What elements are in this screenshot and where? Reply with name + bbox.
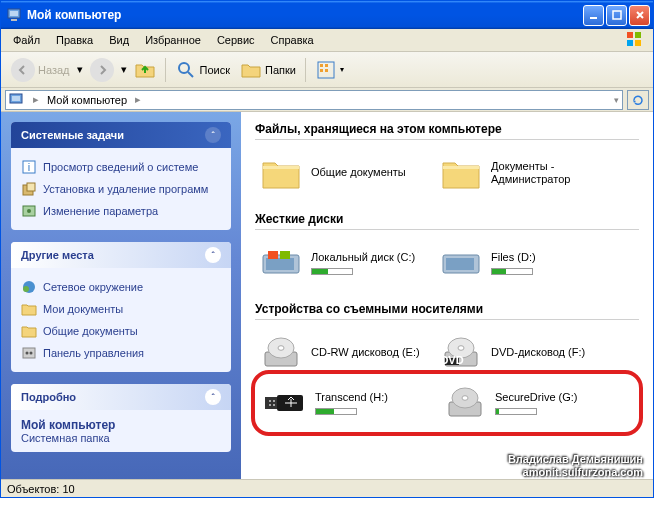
svg-rect-16 bbox=[12, 96, 20, 101]
details-type: Системная папка bbox=[21, 432, 221, 444]
usage-bar bbox=[495, 408, 537, 415]
section-removable: Устройства со съемными носителями CD-RW … bbox=[255, 302, 639, 436]
svg-rect-31 bbox=[280, 251, 290, 259]
svg-rect-3 bbox=[590, 17, 597, 19]
svg-point-44 bbox=[269, 400, 271, 402]
svg-point-26 bbox=[26, 352, 29, 355]
chevron-right-icon[interactable]: ▸ bbox=[131, 93, 145, 106]
item-transcend-h[interactable]: Transcend (H:) bbox=[259, 380, 439, 426]
system-tasks-header[interactable]: Системные задачи ˆ bbox=[11, 122, 231, 148]
svg-rect-29 bbox=[266, 258, 294, 270]
back-dropdown[interactable]: ▾ bbox=[76, 61, 84, 79]
item-dvd-f[interactable]: DVD DVD-дисковод (F:) bbox=[435, 330, 615, 376]
other-places-panel: Другие места ˆ Сетевое окружение Мои док… bbox=[11, 242, 231, 372]
svg-point-9 bbox=[179, 63, 189, 73]
svg-text:i: i bbox=[28, 161, 30, 173]
address-dropdown[interactable]: ▾ bbox=[614, 95, 619, 105]
svg-point-50 bbox=[462, 396, 468, 401]
svg-rect-13 bbox=[320, 69, 323, 72]
menu-help[interactable]: Справка bbox=[263, 31, 322, 49]
details-name: Мой компьютер bbox=[21, 418, 221, 432]
body: Системные задачи ˆ iПросмотр сведений о … bbox=[1, 112, 653, 479]
place-documents[interactable]: Мои документы bbox=[21, 298, 221, 320]
back-button: Назад bbox=[7, 55, 74, 85]
svg-rect-42 bbox=[265, 397, 277, 409]
up-button[interactable] bbox=[130, 56, 160, 84]
chevron-up-icon: ˆ bbox=[205, 389, 221, 405]
statusbar: Объектов: 10 bbox=[1, 479, 653, 497]
usb-icon bbox=[263, 393, 307, 413]
section-title: Файлы, хранящиеся на этом компьютере bbox=[255, 122, 639, 140]
refresh-button[interactable] bbox=[627, 90, 649, 110]
svg-rect-33 bbox=[446, 258, 474, 270]
item-shared-documents[interactable]: Общие документы bbox=[255, 150, 435, 196]
item-admin-documents[interactable]: Документы - Администратор bbox=[435, 150, 615, 196]
status-text: Объектов: 10 bbox=[7, 483, 75, 495]
addressbar: ▸ Мой компьютер ▸ ▾ bbox=[1, 88, 653, 112]
address-field[interactable]: ▸ Мой компьютер ▸ ▾ bbox=[5, 90, 623, 110]
place-network[interactable]: Сетевое окружение bbox=[21, 276, 221, 298]
content-pane[interactable]: Файлы, хранящиеся на этом компьютере Общ… bbox=[241, 112, 653, 479]
usage-bar bbox=[491, 268, 533, 275]
address-path[interactable]: Мой компьютер bbox=[47, 94, 127, 106]
menubar: Файл Правка Вид Избранное Сервис Справка bbox=[1, 29, 653, 52]
cd-icon bbox=[261, 336, 301, 370]
forward-button bbox=[86, 55, 118, 85]
back-label: Назад bbox=[38, 64, 70, 76]
svg-point-46 bbox=[269, 404, 271, 406]
window-title: Мой компьютер bbox=[27, 8, 581, 22]
item-files-d[interactable]: Files (D:) bbox=[435, 240, 615, 286]
section-files: Файлы, хранящиеся на этом компьютере Общ… bbox=[255, 122, 639, 196]
minimize-button[interactable] bbox=[583, 5, 604, 26]
place-shared-docs[interactable]: Общие документы bbox=[21, 320, 221, 342]
system-tasks-panel: Системные задачи ˆ iПросмотр сведений о … bbox=[11, 122, 231, 230]
svg-rect-4 bbox=[613, 11, 621, 19]
section-title: Жесткие диски bbox=[255, 212, 639, 230]
folders-button[interactable]: Папки bbox=[236, 56, 300, 84]
maximize-button[interactable] bbox=[606, 5, 627, 26]
task-add-remove[interactable]: Установка и удаление программ bbox=[21, 178, 221, 200]
removable-disk-icon bbox=[445, 386, 485, 420]
svg-rect-14 bbox=[325, 69, 328, 72]
search-button[interactable]: Поиск bbox=[171, 56, 234, 84]
window: Мой компьютер Файл Правка Вид Избранное … bbox=[0, 0, 654, 498]
place-control-panel[interactable]: Панель управления bbox=[21, 342, 221, 364]
hdd-icon bbox=[260, 247, 302, 279]
item-securedrive-g[interactable]: SecureDrive (G:) bbox=[439, 380, 619, 426]
other-places-header[interactable]: Другие места ˆ bbox=[11, 242, 231, 268]
task-system-info[interactable]: iПросмотр сведений о системе bbox=[21, 156, 221, 178]
folders-label: Папки bbox=[265, 64, 296, 76]
svg-rect-8 bbox=[635, 40, 641, 46]
dvd-icon: DVD bbox=[441, 336, 481, 370]
svg-point-36 bbox=[278, 346, 284, 351]
item-cdrw-e[interactable]: CD-RW дисковод (E:) bbox=[255, 330, 435, 376]
details-panel: Подробно ˆ Мой компьютер Системная папка bbox=[11, 384, 231, 452]
svg-rect-25 bbox=[23, 348, 35, 358]
svg-rect-5 bbox=[627, 32, 633, 38]
details-header[interactable]: Подробно ˆ bbox=[11, 384, 231, 410]
svg-point-24 bbox=[23, 286, 29, 292]
toolbar: Назад ▾ ▾ Поиск Папки ▾ bbox=[1, 52, 653, 88]
close-button[interactable] bbox=[629, 5, 650, 26]
menu-view[interactable]: Вид bbox=[101, 31, 137, 49]
forward-dropdown[interactable]: ▾ bbox=[120, 61, 128, 79]
usage-bar bbox=[315, 408, 357, 415]
svg-point-27 bbox=[30, 352, 33, 355]
menu-file[interactable]: Файл bbox=[5, 31, 48, 49]
svg-rect-7 bbox=[627, 40, 633, 46]
menu-edit[interactable]: Правка bbox=[48, 31, 101, 49]
views-button[interactable]: ▾ bbox=[311, 56, 348, 84]
search-label: Поиск bbox=[200, 64, 230, 76]
svg-rect-6 bbox=[635, 32, 641, 38]
folder-icon bbox=[440, 155, 482, 191]
menu-tools[interactable]: Сервис bbox=[209, 31, 263, 49]
my-computer-icon bbox=[9, 92, 25, 108]
task-change-setting[interactable]: Изменение параметра bbox=[21, 200, 221, 222]
svg-point-47 bbox=[273, 404, 275, 406]
titlebar[interactable]: Мой компьютер bbox=[1, 1, 653, 29]
item-local-disk-c[interactable]: Локальный диск (C:) bbox=[255, 240, 435, 286]
svg-point-45 bbox=[273, 400, 275, 402]
svg-point-22 bbox=[27, 209, 31, 213]
svg-rect-30 bbox=[268, 251, 278, 259]
menu-favorites[interactable]: Избранное bbox=[137, 31, 209, 49]
